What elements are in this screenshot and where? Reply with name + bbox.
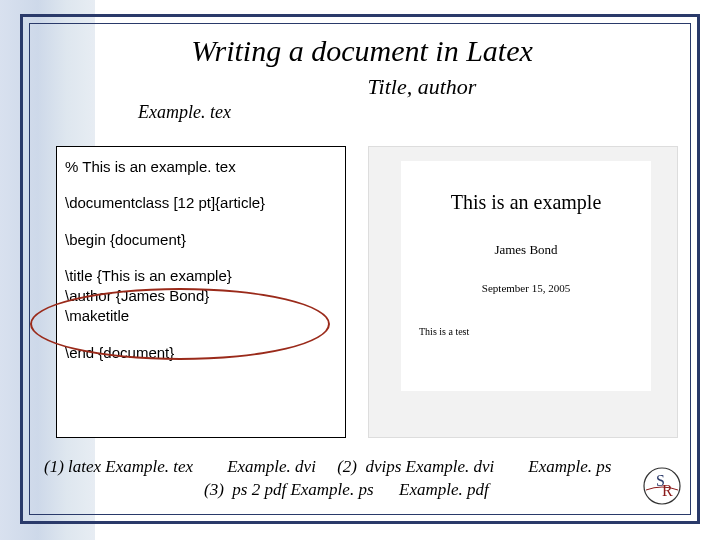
code-title: \title {This is an example}	[65, 266, 337, 286]
code-documentclass: \documentclass [12 pt]{article}	[65, 193, 337, 213]
output-page: This is an example James Bond September …	[401, 161, 651, 391]
code-comment: % This is an example. tex	[65, 157, 337, 177]
source-file-label: Example. tex	[138, 102, 686, 123]
output-date: September 15, 2005	[401, 282, 651, 294]
svg-text:R: R	[662, 482, 673, 499]
sr-logo-icon: S R	[642, 466, 682, 506]
pipeline-row-2: (3) ps 2 pdf Example. ps Example. pdf	[204, 479, 684, 502]
code-title-block: \title {This is an example} \author {Jam…	[65, 266, 337, 327]
compile-pipeline: (1) latex Example. tex Example. dvi (2) …	[44, 456, 684, 502]
output-author: James Bond	[401, 242, 651, 258]
latex-source-box: % This is an example. tex \documentclass…	[56, 146, 346, 438]
slide-title: Writing a document in Latex	[38, 34, 686, 68]
code-end: \end {document}	[65, 343, 337, 363]
slide-content: Writing a document in Latex Title, autho…	[38, 30, 686, 510]
output-body: This is a test	[419, 326, 651, 337]
code-author: \author {James Bond}	[65, 286, 337, 306]
slide-subtitle: Title, author	[158, 74, 686, 100]
output-title: This is an example	[401, 191, 651, 214]
output-preview-panel: This is an example James Bond September …	[368, 146, 678, 438]
code-begin: \begin {document}	[65, 230, 337, 250]
code-maketitle: \maketitle	[65, 306, 337, 326]
pipeline-row-1: (1) latex Example. tex Example. dvi (2) …	[44, 456, 684, 479]
